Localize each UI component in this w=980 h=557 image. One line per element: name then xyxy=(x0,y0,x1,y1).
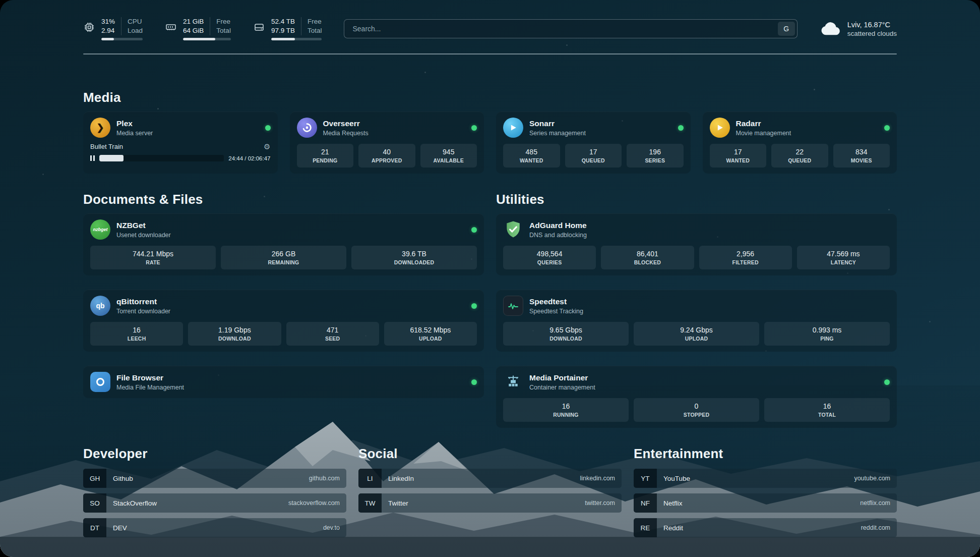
bookmark-name: StackOverflow xyxy=(113,499,157,507)
nzbget-card[interactable]: nzbget NZBGet Usenet downloader 744.21 M… xyxy=(83,213,484,275)
search-provider-button[interactable]: G xyxy=(778,22,795,36)
filebrowser-card[interactable]: File Browser Media File Management xyxy=(83,366,484,398)
stat-box: 16 LEECH xyxy=(90,322,183,346)
bookmark-netflix[interactable]: NF Netflix netflix.com xyxy=(634,493,897,513)
bookmark-url: reddit.com xyxy=(861,524,890,531)
bookmarks-developer: Developer GH Github github.com SO StackO… xyxy=(83,446,346,537)
bookmark-url: stackoverflow.com xyxy=(288,499,340,507)
speedtest-card[interactable]: Speedtest Speedtest Tracking 9.65 Gbps D… xyxy=(496,290,897,352)
snow-specks xyxy=(0,0,2,2)
disk-widget: 52.4 TB 97.9 TB Free Total xyxy=(253,17,322,40)
sonarr-card[interactable]: Sonarr Series management 485 WANTED 17 Q… xyxy=(496,112,691,174)
bookmark-github[interactable]: GH Github github.com xyxy=(83,469,346,488)
adguard-card[interactable]: AdGuard Home DNS and adblocking 498,564 … xyxy=(496,213,897,275)
filebrowser-icon xyxy=(90,372,110,392)
stat-box: 86,401 BLOCKED xyxy=(601,246,694,269)
bookmark-abbr: LI xyxy=(358,469,382,488)
stat-box: 266 GB REMAINING xyxy=(221,246,346,269)
service-desc: DNS and adblocking xyxy=(529,232,587,239)
stat-box: 9.65 Gbps DOWNLOAD xyxy=(503,322,629,346)
widget-separator xyxy=(210,17,210,35)
bookmark-twitter[interactable]: TW Twitter twitter.com xyxy=(358,493,622,513)
bookmark-url: dev.to xyxy=(323,524,340,531)
service-desc: Movie management xyxy=(736,130,791,137)
stat-box: 0 STOPPED xyxy=(634,398,759,422)
widget-separator xyxy=(121,17,121,35)
service-desc: Container management xyxy=(529,384,595,391)
stat-box: 16 RUNNING xyxy=(503,398,629,422)
memory-widget: 21 GiB 64 GiB Free Total xyxy=(165,17,231,40)
bookmark-abbr: TW xyxy=(358,493,382,513)
dashboard-content: 31% 2.94 CPU Load xyxy=(0,0,980,557)
filebrowser-ring xyxy=(96,378,104,386)
stat-box: 16 TOTAL xyxy=(764,398,890,422)
bookmark-dev[interactable]: DT DEV dev.to xyxy=(83,518,346,537)
service-name: Media Portainer xyxy=(529,373,595,382)
weather-widget: Lviv, 16.87°C scattered clouds xyxy=(820,21,897,37)
search-bar: G xyxy=(344,19,797,38)
status-dot xyxy=(471,125,477,131)
bookmarks-social: Social LI LinkedIn linkedin.com TW Twitt… xyxy=(358,446,622,537)
bookmark-url: twitter.com xyxy=(585,499,615,507)
service-name: Plex xyxy=(116,119,153,128)
memory-icon xyxy=(165,21,177,33)
weather-condition: scattered clouds xyxy=(847,30,897,37)
stat-box: 22 QUEUED xyxy=(771,144,828,168)
section-title-entertainment: Entertainment xyxy=(634,446,897,462)
disk-usage-bar xyxy=(271,38,322,40)
stat-box: 945 AVAILABLE xyxy=(420,144,477,168)
plex-icon: ❯ xyxy=(90,118,110,138)
stat-box: 40 APPROVED xyxy=(358,144,415,168)
cpu-load-label: Load xyxy=(128,26,143,35)
qbittorrent-card[interactable]: qb qBittorrent Torrent downloader 16 xyxy=(83,290,484,352)
stat-box: 485 WANTED xyxy=(503,144,560,168)
gear-icon[interactable]: ⚙ xyxy=(264,143,270,150)
dashboard-page: 31% 2.94 CPU Load xyxy=(0,0,980,557)
disk-total-value: 97.9 TB xyxy=(271,26,295,35)
portainer-card[interactable]: Media Portainer Container management 16 … xyxy=(496,366,897,428)
widget-separator xyxy=(301,17,301,35)
header-divider xyxy=(83,53,897,54)
overseerr-card[interactable]: Overseerr Media Requests 21 PENDING 40 A… xyxy=(290,112,484,174)
stat-box: 21 PENDING xyxy=(297,144,354,168)
playback-progress-bar[interactable] xyxy=(99,155,224,161)
stat-box: 834 MOVIES xyxy=(833,144,890,168)
section-title-developer: Developer xyxy=(83,446,346,462)
bookmarks-entertainment: Entertainment YT YouTube youtube.com NF … xyxy=(634,446,897,537)
utilities-column: Utilities xyxy=(496,192,897,428)
stat-box: 17 WANTED xyxy=(710,144,767,168)
stat-box: 744.21 Mbps RATE xyxy=(90,246,216,269)
service-name: qBittorrent xyxy=(116,297,170,306)
qbittorrent-glyph: qb xyxy=(96,302,104,310)
service-desc: Media File Management xyxy=(116,384,184,391)
cpu-load-value: 2.94 xyxy=(101,26,115,35)
bookmark-abbr: SO xyxy=(83,493,106,513)
service-name: Sonarr xyxy=(529,119,586,128)
bookmark-reddit[interactable]: RE Reddit reddit.com xyxy=(634,518,897,537)
nzbget-icon: nzbget xyxy=(90,219,110,240)
sonarr-icon xyxy=(503,118,523,138)
bookmark-stackoverflow[interactable]: SO StackOverflow stackoverflow.com xyxy=(83,493,346,513)
bookmark-name: Reddit xyxy=(663,524,683,532)
status-dot xyxy=(265,125,271,131)
bookmark-youtube[interactable]: YT YouTube youtube.com xyxy=(634,469,897,488)
cpu-usage-bar xyxy=(101,38,143,40)
weather-location: Lviv, 16.87°C xyxy=(847,21,897,29)
status-dot xyxy=(678,125,684,131)
bookmark-linkedin[interactable]: LI LinkedIn linkedin.com xyxy=(358,469,622,488)
stat-box: 2,956 FILTERED xyxy=(699,246,792,269)
media-card-grid: ❯ Plex Media server Bullet Train ⚙ xyxy=(83,112,897,174)
radarr-card[interactable]: Radarr Movie management 17 WANTED 22 QUE… xyxy=(703,112,897,174)
bookmark-abbr: YT xyxy=(634,469,657,488)
bookmark-name: LinkedIn xyxy=(388,475,414,482)
bookmark-url: youtube.com xyxy=(854,475,890,482)
cpu-icon xyxy=(83,21,95,33)
stat-box: 471 SEED xyxy=(286,322,379,346)
plex-card[interactable]: ❯ Plex Media server Bullet Train ⚙ xyxy=(83,112,278,174)
radarr-icon xyxy=(710,118,730,138)
cloud-icon xyxy=(820,21,841,37)
pause-icon[interactable] xyxy=(90,155,95,161)
speedtest-icon xyxy=(503,296,523,316)
search-input[interactable] xyxy=(344,19,797,38)
service-desc: Speedtest Tracking xyxy=(529,308,583,315)
